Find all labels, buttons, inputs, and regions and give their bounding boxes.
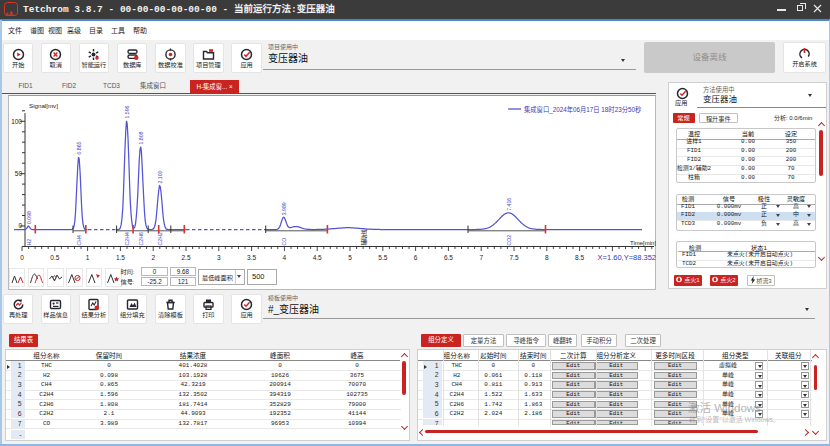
svg-text:5: 5 (348, 254, 352, 261)
svg-text:4.5: 4.5 (313, 254, 322, 261)
svg-text:2.5: 2.5 (181, 254, 190, 261)
svg-text:7.416: 7.416 (506, 198, 512, 211)
svg-text:C2H6: C2H6 (138, 232, 144, 245)
svg-text:0: 0 (18, 222, 22, 229)
svg-text:0: 0 (20, 254, 24, 261)
svg-text:6: 6 (414, 254, 418, 261)
svg-text:4: 4 (283, 254, 287, 261)
svg-text:2.100: 2.100 (157, 170, 163, 183)
svg-text:0.5: 0.5 (50, 254, 59, 261)
svg-text:X=1.60,Y=88.352: X=1.60,Y=88.352 (598, 253, 656, 262)
svg-text:3.989: 3.989 (281, 202, 287, 215)
svg-text:Signal[mv]: Signal[mv] (29, 102, 58, 109)
svg-text:CO2: CO2 (506, 235, 512, 246)
svg-text:6.5: 6.5 (444, 254, 453, 261)
svg-text:C2H2: C2H2 (157, 232, 163, 245)
svg-text:Time[min]: Time[min] (630, 240, 656, 246)
svg-text:集成窗口_2024年06月17日 18时23分50秒: 集成窗口_2024年06月17日 18时23分50秒 (524, 105, 642, 114)
svg-text:1.808: 1.808 (138, 131, 144, 144)
svg-text:1.596: 1.596 (124, 105, 130, 118)
svg-text:1: 1 (86, 254, 90, 261)
svg-text:CH4: CH4 (76, 235, 82, 245)
svg-text:1.5: 1.5 (116, 254, 125, 261)
svg-text:2: 2 (151, 254, 155, 261)
svg-text:H2: H2 (26, 239, 32, 246)
svg-text:8: 8 (545, 254, 549, 261)
svg-text:7: 7 (479, 254, 483, 261)
svg-text:C2H4: C2H4 (124, 232, 130, 245)
svg-text:0.098: 0.098 (26, 211, 32, 224)
svg-text:3.5: 3.5 (247, 254, 256, 261)
svg-text:7.5: 7.5 (509, 254, 518, 261)
svg-text:辅助线: 辅助线 (360, 229, 368, 246)
svg-text:8.5: 8.5 (575, 254, 584, 261)
svg-text:CO: CO (281, 238, 287, 246)
svg-text:3: 3 (217, 254, 221, 261)
svg-text:100: 100 (11, 118, 22, 125)
svg-text:50: 50 (15, 170, 23, 177)
svg-text:5.5: 5.5 (378, 254, 387, 261)
svg-text:0.865: 0.865 (76, 141, 82, 154)
